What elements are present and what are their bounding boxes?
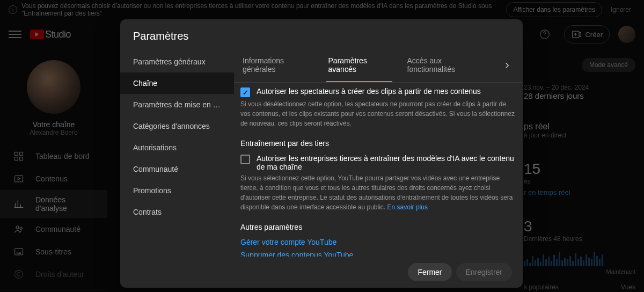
learn-more-link[interactable]: En savoir plus: [387, 203, 428, 211]
clips-checkbox[interactable]: [240, 87, 250, 97]
save-button[interactable]: Enregistrer: [456, 263, 512, 281]
settings-nav-ads[interactable]: Catégories d'annonces: [120, 115, 234, 137]
settings-sidebar: Paramètres généraux Chaîne Paramètres de…: [120, 49, 234, 257]
tab-advanced[interactable]: Paramètres avancés: [326, 49, 392, 82]
training-checkbox[interactable]: [240, 155, 250, 164]
settings-nav-upload[interactable]: Paramètres de mise en ligne …: [120, 94, 234, 115]
settings-nav-permissions[interactable]: Autorisations: [120, 137, 234, 158]
settings-nav-contracts[interactable]: Contrats: [120, 201, 234, 223]
tab-feature-access[interactable]: Accès aux fonctionnalités: [405, 49, 485, 82]
settings-nav-channel[interactable]: Chaîne: [120, 72, 234, 94]
training-label: Autoriser les entreprises tierces à entr…: [257, 154, 516, 171]
tab-general-info[interactable]: Informations générales: [240, 49, 313, 82]
settings-nav-general[interactable]: Paramètres généraux: [120, 51, 234, 72]
settings-panel: Autoriser les spectateurs à créer des cl…: [234, 83, 523, 257]
modal-footer: Fermer Enregistrer: [120, 257, 523, 288]
other-settings-title: Autres paramètres: [240, 223, 516, 231]
settings-modal: Paramètres Paramètres généraux Chaîne Pa…: [120, 19, 523, 288]
modal-title: Paramètres: [120, 19, 523, 49]
settings-nav-promotions[interactable]: Promotions: [120, 180, 234, 201]
settings-nav-community[interactable]: Communauté: [120, 158, 234, 180]
training-help-text: Si vous sélectionnez cette option, YouTu…: [240, 173, 516, 212]
settings-tabs: Informations générales Paramètres avancé…: [234, 49, 523, 83]
clips-help-text: Si vous désélectionnez cette option, les…: [240, 99, 516, 128]
manage-account-link[interactable]: Gérer votre compte YouTube: [240, 238, 516, 246]
close-button[interactable]: Fermer: [408, 263, 451, 281]
clips-label: Autoriser les spectateurs à créer des cl…: [257, 87, 481, 96]
tabs-next-icon[interactable]: [498, 56, 516, 75]
third-party-training-title: Entraînement par des tiers: [240, 139, 516, 148]
remove-content-link[interactable]: Supprimer des contenus YouTube: [240, 251, 516, 257]
